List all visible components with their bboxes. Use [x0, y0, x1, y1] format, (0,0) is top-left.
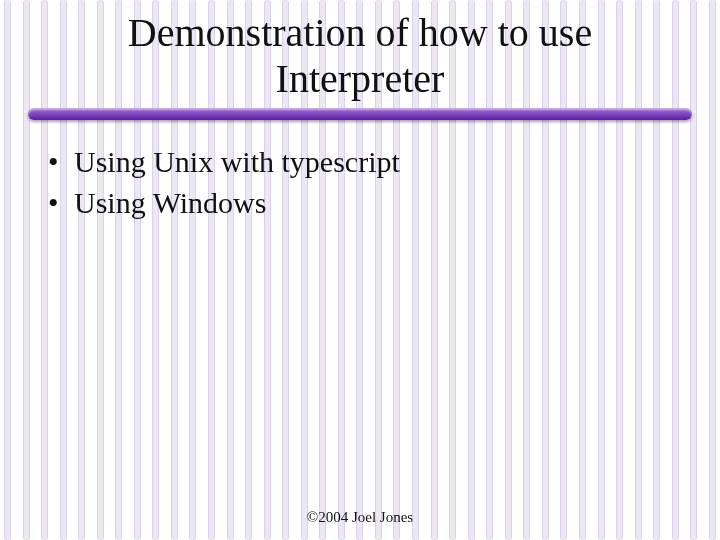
slide-content: Demonstration of how to use Interpreter … [0, 0, 720, 540]
list-item: Using Windows [48, 183, 720, 224]
slide: Demonstration of how to use Interpreter … [0, 0, 720, 540]
bullet-list: Using Unix with typescript Using Windows [48, 142, 720, 223]
copyright-footer: ©2004 Joel Jones [0, 509, 720, 526]
title-divider-bar [28, 108, 692, 120]
slide-title: Demonstration of how to use Interpreter [0, 0, 720, 104]
list-item: Using Unix with typescript [48, 142, 720, 183]
